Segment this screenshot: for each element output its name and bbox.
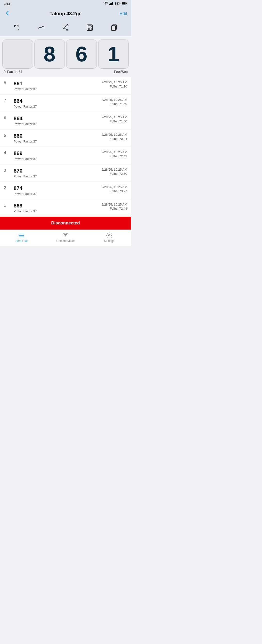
- shot-speed: 864: [14, 98, 99, 104]
- tab-settings-label: Settings: [104, 239, 114, 242]
- shot-number: 5: [4, 133, 10, 138]
- unit-label: Feet/Sec: [114, 70, 128, 74]
- shot-meta: 2/28/25, 10:25 AM Ft/lbs: 71.10: [101, 80, 127, 88]
- shot-meta: 2/28/25, 10:25 AM Ft/lbs: 72.43: [101, 203, 127, 210]
- svg-point-19: [91, 29, 92, 30]
- tab-remote-mode[interactable]: Remote Mode: [44, 232, 87, 242]
- shot-number: 6: [4, 116, 10, 120]
- shot-power-factor: Power Factor:37: [14, 157, 99, 161]
- battery-text: 84%: [115, 2, 121, 5]
- shot-date: 2/28/25, 10:25 AM: [101, 115, 127, 119]
- share-button[interactable]: [60, 23, 71, 32]
- shot-main: 864 Power Factor:37: [14, 115, 99, 126]
- svg-rect-21: [112, 26, 115, 30]
- shot-speed: 861: [14, 80, 99, 87]
- shot-date: 2/28/25, 10:25 AM: [101, 185, 127, 189]
- status-icons: 84%: [104, 2, 127, 6]
- speed-digits-row: 8 6 1: [3, 40, 129, 68]
- svg-rect-0: [109, 4, 110, 5]
- shot-meta: 2/28/25, 10:25 AM Ft/lbs: 72.43: [101, 150, 127, 158]
- shot-main: 869 Power Factor:37: [14, 203, 99, 213]
- page-title: Talonp 43.2gr: [50, 11, 81, 16]
- shot-ftlbs: Ft/lbs: 72.43: [101, 207, 127, 210]
- undo-button[interactable]: [11, 23, 23, 32]
- shot-row[interactable]: 4 869 Power Factor:37 2/28/25, 10:25 AM …: [0, 147, 131, 164]
- back-button[interactable]: [4, 10, 11, 18]
- battery-icon: [122, 2, 127, 6]
- speed-display: 8 6 1 P. Factor: 37 Feet/Sec: [0, 36, 131, 75]
- shot-main: 861 Power Factor:37: [14, 80, 99, 91]
- shot-power-factor: Power Factor:37: [14, 122, 99, 126]
- svg-rect-13: [88, 26, 91, 27]
- svg-point-29: [108, 234, 110, 236]
- status-time: 1:13: [4, 2, 10, 6]
- shot-speed: 864: [14, 115, 99, 122]
- tab-bar: Shot Lists Remote Mode Settings: [0, 230, 131, 246]
- svg-point-15: [90, 28, 90, 29]
- shot-row[interactable]: 6 864 Power Factor:37 2/28/25, 10:25 AM …: [0, 112, 131, 130]
- digit-tens: 6: [66, 40, 97, 68]
- svg-line-10: [64, 26, 67, 27]
- shot-power-factor: Power Factor:37: [14, 192, 99, 196]
- digit-empty: [3, 40, 33, 68]
- shot-main: 874 Power Factor:37: [14, 185, 99, 196]
- shot-row[interactable]: 3 870 Power Factor:37 2/28/25, 10:25 AM …: [0, 164, 131, 182]
- shot-row[interactable]: 8 861 Power Factor:37 2/28/25, 10:25 AM …: [0, 77, 131, 94]
- shot-main: 860 Power Factor:37: [14, 133, 99, 143]
- shot-number: 2: [4, 186, 10, 190]
- copy-button[interactable]: [108, 23, 120, 32]
- tab-shot-lists[interactable]: Shot Lists: [0, 232, 44, 242]
- p-factor-label: P. Factor: 37: [4, 70, 22, 74]
- digit-hundreds: 8: [35, 40, 65, 68]
- shot-meta: 2/28/25, 10:25 AM Ft/lbs: 72.60: [101, 168, 127, 176]
- shot-ftlbs: Ft/lbs: 71.60: [101, 120, 127, 123]
- svg-point-17: [88, 29, 89, 30]
- shot-number: 1: [4, 203, 10, 208]
- shot-power-factor: Power Factor:37: [14, 140, 99, 143]
- shot-ftlbs: Ft/lbs: 73.27: [101, 189, 127, 193]
- toolbar: [0, 20, 131, 36]
- shot-ftlbs: Ft/lbs: 71.60: [101, 102, 127, 106]
- svg-rect-1: [110, 4, 111, 5]
- shot-date: 2/28/25, 10:25 AM: [101, 133, 127, 136]
- shot-row[interactable]: 7 864 Power Factor:37 2/28/25, 10:25 AM …: [0, 94, 131, 112]
- shot-speed: 874: [14, 185, 99, 192]
- svg-rect-6: [126, 3, 127, 4]
- status-bar: 1:13 84%: [0, 0, 131, 7]
- shot-number: 8: [4, 81, 10, 85]
- shot-meta: 2/28/25, 10:25 AM Ft/lbs: 73.27: [101, 185, 127, 193]
- shot-row[interactable]: 2 874 Power Factor:37 2/28/25, 10:25 AM …: [0, 182, 131, 199]
- wifi-icon: [104, 2, 108, 6]
- svg-rect-3: [112, 2, 113, 5]
- shot-main: 870 Power Factor:37: [14, 168, 99, 178]
- shot-power-factor: Power Factor:37: [14, 87, 99, 91]
- digit-ones: 1: [98, 40, 129, 68]
- calculator-button[interactable]: [84, 23, 96, 32]
- shot-date: 2/28/25, 10:25 AM: [101, 80, 127, 84]
- shot-main: 864 Power Factor:37: [14, 98, 99, 108]
- shot-date: 2/28/25, 10:25 AM: [101, 98, 127, 102]
- shot-row[interactable]: 1 869 Power Factor:37 2/28/25, 10:25 AM …: [0, 199, 131, 217]
- shot-row[interactable]: 5 860 Power Factor:37 2/28/25, 10:25 AM …: [0, 130, 131, 147]
- shot-date: 2/28/25, 10:25 AM: [101, 150, 127, 154]
- shot-speed: 869: [14, 150, 99, 156]
- svg-point-14: [88, 28, 89, 29]
- shot-meta: 2/28/25, 10:25 AM Ft/lbs: 71.60: [101, 98, 127, 106]
- edit-button[interactable]: Edit: [120, 11, 127, 16]
- shot-speed: 869: [14, 203, 99, 209]
- shot-date: 2/28/25, 10:25 AM: [101, 168, 127, 171]
- chart-button[interactable]: [36, 23, 47, 32]
- svg-line-11: [64, 28, 67, 30]
- signal-icon: [109, 2, 114, 6]
- tab-settings[interactable]: Settings: [87, 232, 131, 242]
- shot-number: 4: [4, 151, 10, 155]
- disconnected-banner: Disconnected: [0, 217, 131, 230]
- shot-power-factor: Power Factor:37: [14, 210, 99, 213]
- nav-header: Talonp 43.2gr Edit: [0, 7, 131, 20]
- shot-number: 7: [4, 98, 10, 103]
- svg-point-16: [91, 28, 92, 29]
- shot-list: 8 861 Power Factor:37 2/28/25, 10:25 AM …: [0, 77, 131, 217]
- shot-power-factor: Power Factor:37: [14, 105, 99, 108]
- shot-date: 2/28/25, 10:25 AM: [101, 203, 127, 206]
- shot-number: 3: [4, 168, 10, 172]
